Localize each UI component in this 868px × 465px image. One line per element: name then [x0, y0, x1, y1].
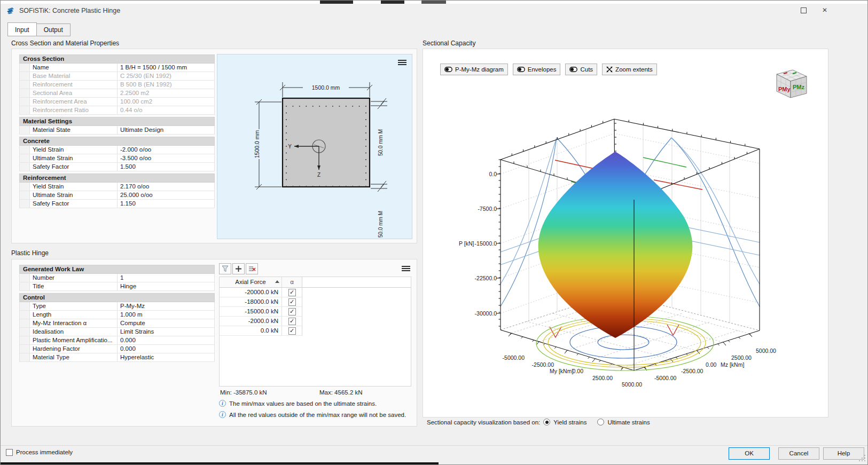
ultimate-strains-radio[interactable] — [597, 419, 604, 425]
svg-text:0.00: 0.00 — [706, 361, 717, 368]
property-value[interactable]: 1.500 — [118, 163, 214, 171]
row-gutter — [20, 319, 30, 327]
dim-width-label: 1500.0 mm — [312, 84, 340, 91]
process-immediately-checkbox[interactable] — [6, 449, 13, 456]
tab-output[interactable]: Output — [36, 23, 71, 36]
table-row[interactable]: 0.0 kN✓ — [220, 326, 411, 336]
envelopes-button[interactable]: Envelopes — [513, 64, 561, 75]
view-navigation-cube[interactable]: PMy PMz — [769, 67, 809, 100]
property-row: TypeP-My-Mz — [19, 302, 215, 311]
window-title: SOFiSTiK: Concrete Plastic Hinge — [19, 7, 120, 14]
axial-force-cell[interactable]: -20000.0 kN — [220, 288, 282, 297]
row-gutter — [20, 98, 30, 106]
pmymz-3d-plot[interactable]: 0.0 -7500.0 -15000.0 -22500.0 -30000.0 P… — [426, 78, 824, 412]
grid-section-header: Generated Work Law — [19, 265, 215, 274]
alpha-checkbox[interactable]: ✓ — [288, 298, 296, 306]
delete-row-button[interactable] — [246, 263, 258, 274]
dim-height-label: 1500.0 mm — [254, 130, 260, 158]
row-gutter — [20, 345, 30, 353]
maximize-button[interactable] — [795, 4, 811, 16]
property-row: Base MaterialC 25/30 (EN 1992) — [19, 72, 215, 81]
axial-force-cell[interactable]: -18000.0 kN — [220, 297, 282, 307]
alpha-column-header[interactable]: α — [282, 277, 302, 287]
cover-top-label: 50.0 mm M — [378, 129, 384, 156]
plastic-hinge-groupbox: Generated Work LawNumber1TitleHingeContr… — [11, 259, 417, 427]
note-minmax: i The min/max values are based on the ul… — [219, 400, 377, 407]
add-row-button[interactable] — [232, 263, 245, 274]
property-value[interactable]: -2.000 o/oo — [118, 146, 214, 154]
close-button[interactable]: ✕ — [817, 4, 833, 16]
property-value[interactable]: Ultimate Design — [118, 126, 214, 134]
resize-grip[interactable] — [858, 454, 865, 461]
property-value[interactable]: 1.000 m — [118, 311, 214, 319]
property-value[interactable]: 1 B/H = 1500 / 1500 mm — [118, 64, 214, 72]
yield-strains-radio[interactable] — [543, 419, 550, 425]
property-label: Material State — [30, 126, 118, 134]
axial-force-cell[interactable]: -2000.0 kN — [220, 317, 282, 326]
alpha-checkbox[interactable]: ✓ — [288, 308, 296, 316]
sectional-capacity-groupbox: P-My-Mz diagram Envelopes Cuts Zoom exte… — [423, 49, 828, 417]
tab-input[interactable]: Input — [7, 22, 37, 36]
property-row: Yield Strain2.170 o/oo — [19, 183, 215, 191]
cancel-button[interactable]: Cancel — [778, 447, 819, 460]
property-value[interactable]: Compute — [118, 319, 214, 327]
property-value[interactable]: 2.170 o/oo — [118, 183, 214, 191]
property-label: Title — [30, 282, 118, 290]
property-value[interactable]: Hyperelastic — [118, 353, 214, 361]
property-value[interactable]: -3.500 o/oo — [118, 154, 214, 162]
close-icon: ✕ — [822, 6, 827, 14]
process-immediately-label: Process immediately — [16, 449, 73, 455]
svg-text:0.00: 0.00 — [573, 368, 584, 374]
property-label: Reinforcement Ratio — [30, 106, 118, 114]
property-value[interactable]: 1.150 — [118, 200, 214, 208]
zoom-extents-button[interactable]: Zoom extents — [602, 64, 657, 75]
cross-section-groupbox: Cross SectionName1 B/H = 1500 / 1500 mmB… — [11, 49, 417, 243]
svg-text:-2500.00: -2500.00 — [681, 368, 703, 374]
alpha-checkbox[interactable]: ✓ — [288, 289, 296, 296]
axial-force-column-header[interactable]: Axial Force — [220, 277, 282, 287]
property-value[interactable]: 0.000 — [118, 336, 214, 344]
mz-axis-label: Mz [kNm] — [721, 361, 744, 368]
zoom-extents-icon — [606, 66, 613, 73]
property-label: Ultimate Strain — [30, 154, 118, 162]
ok-button[interactable]: OK — [729, 447, 770, 460]
property-row: TitleHinge — [19, 282, 215, 291]
cuts-button[interactable]: Cuts — [565, 64, 597, 75]
axial-force-cell[interactable]: 0.0 kN — [220, 326, 282, 336]
axial-force-cell[interactable]: -15000.0 kN — [220, 307, 282, 317]
property-label: Ultimate Strain — [30, 191, 118, 199]
table-menu-icon[interactable] — [402, 265, 410, 272]
diagram-menu-icon[interactable] — [398, 59, 406, 66]
pmymz-diagram-button[interactable]: P-My-Mz diagram — [440, 64, 508, 75]
property-value[interactable]: Hinge — [118, 282, 214, 290]
row-gutter — [20, 274, 30, 282]
table-row[interactable]: -18000.0 kN✓ — [220, 297, 411, 307]
alpha-checkbox[interactable]: ✓ — [288, 327, 296, 335]
filter-button[interactable] — [219, 263, 231, 274]
plus-icon — [235, 265, 242, 272]
svg-text:5000.00: 5000.00 — [622, 381, 642, 388]
property-row: Reinforcement Ratio0.44 o/o — [19, 106, 215, 115]
table-row[interactable]: -2000.0 kN✓ — [220, 317, 411, 326]
property-value[interactable]: 25.000 o/oo — [118, 191, 214, 199]
row-gutter — [20, 106, 30, 114]
svg-text:-30000.0: -30000.0 — [475, 310, 497, 317]
toggle-icon — [517, 67, 525, 72]
min-value-label: Min: -35875.0 kN — [220, 389, 267, 396]
property-value[interactable]: 1 — [118, 274, 214, 282]
alpha-checkbox[interactable]: ✓ — [288, 318, 296, 325]
alpha-cell: ✓ — [282, 326, 302, 336]
cross-section-property-grid: Cross SectionName1 B/H = 1500 / 1500 mmB… — [19, 54, 215, 208]
row-gutter — [20, 336, 30, 344]
property-row: Material TypeHyperelastic — [19, 353, 215, 362]
property-value: 100.00 cm2 — [118, 98, 214, 106]
property-value[interactable]: Limit Strains — [118, 328, 214, 336]
property-row: Yield Strain-2.000 o/oo — [19, 146, 215, 154]
table-row[interactable]: -15000.0 kN✓ — [220, 307, 411, 317]
row-gutter — [20, 154, 30, 162]
cover-bottom-label: 50.0 mm M — [378, 211, 384, 238]
table-row[interactable]: -20000.0 kN✓ — [220, 288, 411, 297]
property-value[interactable]: 0.000 — [118, 345, 214, 353]
property-label: Type — [30, 302, 118, 310]
property-value[interactable]: P-My-Mz — [118, 302, 214, 310]
